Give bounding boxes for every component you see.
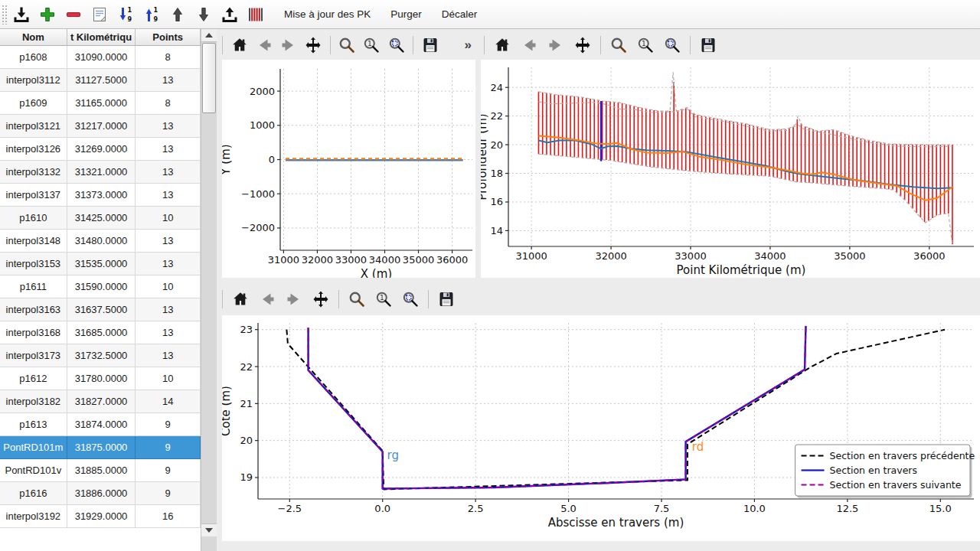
- sort-ascending-icon[interactable]: 19: [115, 4, 136, 25]
- svg-text:9: 9: [128, 16, 132, 23]
- table-row[interactable]: interpol311231127.500013: [0, 69, 201, 92]
- svg-text:2000: 2000: [250, 86, 275, 97]
- purge-button[interactable]: Purger: [384, 4, 429, 24]
- zoom-fit-icon[interactable]: [400, 289, 421, 310]
- svg-text:32000: 32000: [302, 254, 333, 266]
- column-header-nom[interactable]: Nom: [0, 29, 67, 45]
- plan-plot-canvas[interactable]: 310003200033000340003500036000−2000−1000…: [222, 60, 475, 278]
- table-row[interactable]: PontRD101m31875.00009: [0, 436, 201, 459]
- zoom-icon[interactable]: [346, 289, 368, 310]
- sort-descending-icon[interactable]: 19: [141, 4, 162, 25]
- table-cell: 31535.0000: [67, 253, 136, 276]
- table-cell: 31885.0000: [67, 459, 136, 482]
- move-down-icon[interactable]: [193, 4, 214, 25]
- forward-icon[interactable]: [545, 34, 567, 56]
- svg-text:14: 14: [490, 225, 503, 236]
- forward-icon[interactable]: [279, 34, 298, 56]
- table-row[interactable]: interpol316831685.000013: [0, 321, 201, 344]
- table-row[interactable]: p161131590.000010: [0, 276, 201, 298]
- export-icon[interactable]: [219, 4, 240, 25]
- shift-button[interactable]: Décaler: [435, 4, 485, 24]
- scroll-up-button[interactable]: [201, 29, 217, 42]
- svg-text:9: 9: [154, 16, 158, 23]
- scrollbar-thumb[interactable]: [202, 43, 216, 113]
- svg-text:24: 24: [490, 82, 503, 93]
- overflow-icon[interactable]: »: [462, 37, 475, 53]
- vertical-scrollbar[interactable]: [201, 29, 217, 551]
- table-cell: interpol3173: [0, 344, 67, 367]
- table-row[interactable]: p161031425.000010: [0, 207, 201, 230]
- table-cell: 10: [136, 276, 201, 298]
- pk-update-icon[interactable]: [245, 4, 266, 25]
- pan-icon[interactable]: [310, 289, 332, 310]
- save-icon[interactable]: [697, 34, 719, 56]
- table-row[interactable]: p161331874.00009: [0, 413, 201, 436]
- zoom-one-icon[interactable]: 1: [635, 34, 656, 56]
- home-icon[interactable]: [492, 34, 513, 56]
- profile-plot-canvas[interactable]: 3100032000330003400035000360001416182022…: [481, 60, 980, 278]
- zoom-icon[interactable]: [608, 34, 629, 56]
- zoom-one-icon[interactable]: 1: [373, 289, 394, 310]
- back-icon[interactable]: [518, 34, 540, 56]
- zoom-one-icon[interactable]: 1: [362, 34, 381, 56]
- table-row[interactable]: interpol313231321.000013: [0, 161, 201, 184]
- table-row[interactable]: interpol315331535.000013: [0, 253, 201, 276]
- import-icon[interactable]: [11, 4, 32, 25]
- table-header: Nom t Kilométriqu Points: [0, 29, 201, 46]
- svg-text:Cote (m): Cote (m): [222, 386, 233, 436]
- table-cell: interpol3126: [0, 138, 67, 161]
- sections-table: Nom t Kilométriqu Points p160831090.0000…: [0, 29, 201, 551]
- table-row[interactable]: interpol312631269.000013: [0, 138, 201, 161]
- table-row[interactable]: p161231780.000010: [0, 367, 201, 390]
- table-row[interactable]: PontRD101v31885.00009: [0, 459, 201, 482]
- remove-icon[interactable]: [63, 4, 84, 25]
- table-row[interactable]: interpol319231929.000016: [0, 505, 201, 528]
- pan-icon[interactable]: [303, 34, 322, 56]
- table-row[interactable]: interpol316331637.500013: [0, 298, 201, 321]
- section-plot-canvas[interactable]: −2.50.02.55.07.510.012.515.01920212223Ab…: [222, 315, 980, 541]
- update-pk-button[interactable]: Mise à jour des PK: [277, 4, 377, 24]
- table-row[interactable]: interpol314831480.000013: [0, 230, 201, 253]
- table-cell: 31732.5000: [67, 344, 136, 367]
- move-up-icon[interactable]: [167, 4, 188, 25]
- table-cell: p1610: [0, 207, 67, 230]
- table-cell: 31269.0000: [67, 138, 136, 161]
- toolbar-separator: [484, 36, 485, 54]
- pan-icon[interactable]: [572, 34, 593, 56]
- zoom-fit-icon[interactable]: [387, 34, 406, 56]
- table-cell: 10: [136, 367, 201, 390]
- table-row[interactable]: interpol312131217.000013: [0, 115, 201, 138]
- toolbar-separator: [428, 290, 429, 308]
- svg-text:1: 1: [154, 7, 158, 14]
- table-row[interactable]: p161631886.00009: [0, 482, 201, 505]
- table-row[interactable]: p160931165.00008: [0, 92, 201, 115]
- svg-text:22: 22: [490, 110, 503, 122]
- add-icon[interactable]: [37, 4, 58, 25]
- zoom-fit-icon[interactable]: [662, 34, 683, 56]
- svg-text:1: 1: [368, 40, 372, 47]
- table-row[interactable]: interpol317331732.500013: [0, 344, 201, 367]
- svg-text:19: 19: [240, 471, 253, 483]
- scroll-down-button[interactable]: [201, 523, 217, 536]
- save-icon[interactable]: [436, 289, 457, 310]
- svg-text:22: 22: [240, 361, 253, 373]
- home-icon[interactable]: [230, 289, 251, 310]
- table-row[interactable]: interpol318231827.000014: [0, 390, 201, 413]
- main-toolbar-buttons: Mise à jour des PK Purger Décaler: [277, 4, 484, 24]
- forward-icon[interactable]: [283, 289, 305, 310]
- table-cell: 16: [136, 505, 201, 528]
- table-cell: 13: [136, 321, 201, 344]
- zoom-icon[interactable]: [338, 34, 357, 56]
- new-doc-icon[interactable]: [89, 4, 110, 25]
- save-icon[interactable]: [420, 34, 439, 56]
- back-icon[interactable]: [254, 34, 273, 56]
- back-icon[interactable]: [256, 289, 278, 310]
- svg-text:32000: 32000: [595, 250, 626, 262]
- column-header-point-kilometrique[interactable]: t Kilométriqu: [67, 29, 136, 45]
- toolbar-separator: [690, 36, 691, 54]
- table-row[interactable]: p160831090.00008: [0, 46, 201, 69]
- table-row[interactable]: interpol313731373.000013: [0, 184, 201, 207]
- column-header-points[interactable]: Points: [136, 29, 201, 45]
- home-icon[interactable]: [230, 34, 249, 56]
- svg-text:0: 0: [269, 154, 275, 165]
